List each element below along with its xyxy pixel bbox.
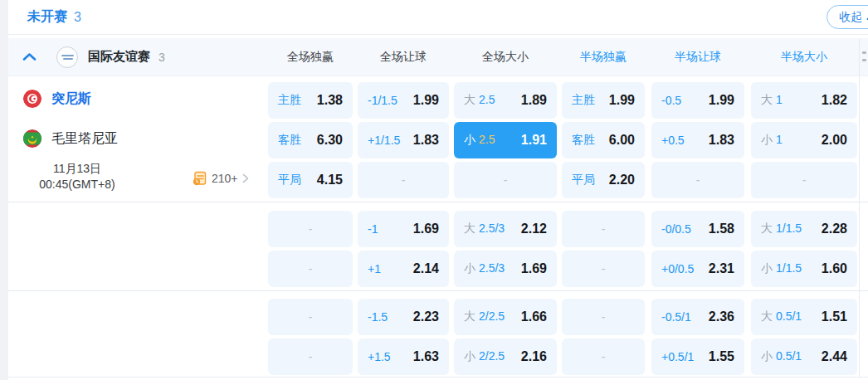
odds-cell[interactable]: 小2.5/31.69 [454,251,557,287]
ou-label: 小1/1.5 [761,261,802,276]
odds-cell[interactable]: 大0.5/11.51 [751,299,857,335]
topbar: 未开赛 3 收起 [8,0,868,35]
odds-value: 2.36 [709,309,734,324]
odds-cell[interactable]: 小0.5/12.44 [751,339,857,375]
odds-cell[interactable]: 主胜1.99 [562,82,645,119]
odds-label: 客胜 [572,133,595,148]
chevron-up-icon [22,52,37,61]
odds-cell[interactable]: 小2/2.52.16 [454,339,557,375]
odds-cell-empty: - [562,299,645,335]
empty-odds: - [504,173,508,187]
odds-value: 2.44 [822,349,847,364]
odds-cell[interactable]: 客胜6.30 [268,122,353,158]
odds-cell[interactable]: +0.5/11.55 [651,339,744,375]
odds-cell[interactable]: 客胜6.00 [562,122,645,158]
odds-value: 2.20 [609,173,635,188]
more-markets-link[interactable]: 210+ [193,160,249,197]
clipped-column-fragment [862,51,866,54]
odds-label: 平局 [278,173,301,188]
odds-row: --11.69大2.5/32.12--0/0.51.58大1/1.52.28 [8,211,868,247]
clipped-column-fragment [862,59,866,61]
odds-panel: 未开赛 3 收起 国际友谊赛 3 全场独赢全场让球全场大小半场独赢半场让球半场大… [8,0,868,380]
league-name: 国际友谊赛 [88,49,150,65]
odds-row: 客胜6.30+1/1.51.83小2.51.91客胜6.00+0.51.83小1… [8,122,868,158]
odds-cell[interactable]: 平局4.15 [268,162,353,198]
group-separator [8,290,868,291]
ou-label: 大2.5 [464,93,495,108]
collapse-button[interactable]: 收起 [827,5,868,29]
match-time: 11月13日 00:45(GMT+8) [15,158,139,195]
empty-odds: - [309,310,313,324]
odds-value: 2.14 [413,261,439,276]
odds-label: -1/1.5 [368,94,397,107]
odds-grid: 主胜1.38-1/1.51.99大2.51.89主胜1.99-0.51.99大1… [8,76,868,375]
odds-value: 1.60 [822,261,847,276]
league-logo-icon [56,46,78,68]
empty-odds: - [309,222,313,236]
home-team-row[interactable]: 突尼斯 [23,80,91,117]
column-header: 半场独赢 [562,50,645,65]
odds-cell[interactable]: -0/0.51.58 [651,211,744,247]
markets-doc-clock-icon [193,171,207,186]
odds-label: 主胜 [572,93,595,108]
odds-label: -1.5 [368,310,388,324]
away-team-row[interactable]: 毛里塔尼亚 [23,120,118,157]
odds-cell[interactable]: +0.51.83 [651,122,744,158]
odds-label: -1 [368,222,378,236]
odds-value: 1.83 [709,133,734,148]
odds-cell[interactable]: -1/1.51.99 [358,82,449,119]
odds-cell[interactable]: -1.52.23 [358,299,449,335]
match-kickoff: 00:45(GMT+8) [39,177,115,192]
section-title: 未开赛 [27,8,67,26]
odds-cell[interactable]: 大2.51.89 [454,82,557,119]
odds-cell[interactable]: -0.51.99 [651,82,744,119]
league-header-row: 国际友谊赛 3 全场独赢全场让球全场大小半场独赢半场让球半场大小 [8,38,868,76]
chevron-right-icon [242,173,249,183]
odds-value: 1.51 [822,309,847,324]
odds-cell[interactable]: +1/1.51.83 [358,122,449,158]
odds-label: +1.5 [368,350,391,363]
odds-cell[interactable]: -11.69 [358,211,449,247]
odds-cell[interactable]: 小12.00 [751,122,857,158]
odds-cell[interactable]: 大2/2.51.66 [454,299,557,335]
ou-label: 小2/2.5 [464,349,505,364]
odds-cell-empty: - [562,251,645,287]
odds-cell-empty: - [751,162,857,198]
league-header-left: 国际友谊赛 3 [8,46,268,68]
odds-value: 1.91 [521,133,547,148]
home-team-name: 突尼斯 [51,90,91,108]
column-header: 全场独赢 [268,50,353,65]
ou-label: 大1 [761,93,783,108]
empty-odds: - [309,262,313,275]
odds-cell-empty: - [651,162,744,198]
odds-label: +0/0.5 [661,262,694,275]
empty-odds: - [402,173,406,187]
odds-value: 2.23 [413,309,439,324]
odds-cell[interactable]: 平局2.20 [562,162,645,198]
odds-cell[interactable]: 主胜1.38 [268,82,353,119]
odds-cell[interactable]: 大1/1.52.28 [751,211,857,247]
odds-cell[interactable]: 大2.5/32.12 [454,211,557,247]
odds-value: 2.00 [822,133,847,148]
odds-value: 1.83 [413,133,439,148]
column-header: 半场大小 [751,50,857,65]
ou-label: 大1/1.5 [761,222,802,236]
odds-cell[interactable]: 小1/1.51.60 [751,251,857,287]
odds-cell-empty: - [358,162,449,198]
odds-cell[interactable]: 大11.82 [751,82,857,119]
odds-value: 4.15 [317,173,343,188]
ou-label: 大2.5/3 [464,222,505,236]
collapse-league-icon[interactable] [18,52,40,61]
odds-cell[interactable]: -0.5/12.36 [651,299,744,335]
empty-odds: - [602,310,606,324]
ou-label: 小2.5 [464,133,495,148]
odds-cell[interactable]: +12.14 [358,251,449,287]
odds-cell[interactable]: +1.51.63 [358,339,449,375]
odds-label: 平局 [572,173,595,188]
empty-odds: - [309,350,313,363]
empty-odds: - [696,173,700,187]
odds-cell[interactable]: +0/0.52.31 [651,251,744,287]
odds-label: +1 [368,262,381,275]
odds-cell[interactable]: 小2.51.91 [454,122,557,158]
odds-value: 2.12 [521,222,547,236]
